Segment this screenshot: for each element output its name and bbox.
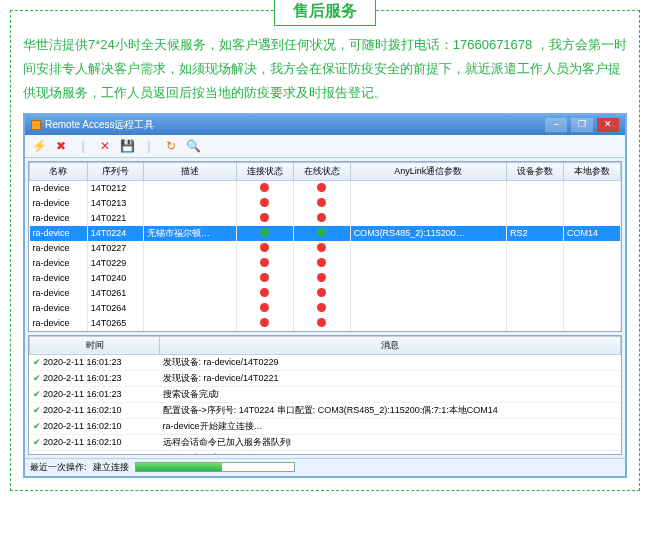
log-row[interactable]: ✔ 2020-2-11 16:01:23发现设备: ra-device/14T0… xyxy=(30,354,621,370)
table-row[interactable]: ra-device14T0264 xyxy=(30,301,621,316)
maximize-button[interactable]: ❐ xyxy=(571,118,593,132)
col-header[interactable]: 描述 xyxy=(143,163,236,181)
table-row[interactable]: ra-device14T0224无锡市福尔顿…COM3(RS485_2):115… xyxy=(30,226,621,241)
table-row[interactable]: ra-device14T0229 xyxy=(30,256,621,271)
log-row[interactable]: ✔ 2020-2-11 16:02:17转发创建会话控制命令。 xyxy=(30,450,621,455)
window-title: Remote Access远程工具 xyxy=(45,118,540,132)
table-row[interactable]: ra-device14T0240 xyxy=(30,271,621,286)
log-row[interactable]: ✔ 2020-2-11 16:01:23搜索设备完成! xyxy=(30,386,621,402)
log-row[interactable]: ✔ 2020-2-11 16:01:23发现设备: ra-device/14T0… xyxy=(30,370,621,386)
window-controls: – ❐ ✕ xyxy=(544,118,619,132)
col-header[interactable]: 连接状态 xyxy=(236,163,293,181)
save-icon[interactable]: 💾 xyxy=(119,138,135,154)
col-header[interactable]: 本地参数 xyxy=(563,163,620,181)
divider: | xyxy=(75,138,91,154)
section-title: 售后服务 xyxy=(274,0,376,26)
divider: | xyxy=(141,138,157,154)
col-header[interactable]: 在线状态 xyxy=(293,163,350,181)
window-titlebar[interactable]: Remote Access远程工具 – ❐ ✕ xyxy=(25,115,625,135)
col-header[interactable]: 时间 xyxy=(30,336,160,354)
col-header[interactable]: AnyLink通信参数 xyxy=(350,163,506,181)
connect-icon[interactable]: ⚡ xyxy=(31,138,47,154)
col-header[interactable]: 设备参数 xyxy=(507,163,564,181)
log-row[interactable]: ✔ 2020-2-11 16:02:10ra-device开始建立连接… xyxy=(30,418,621,434)
status-bar: 最近一次操作: 建立连接 xyxy=(25,458,625,476)
toolbar: ⚡ ✖ | ✕ 💾 | ↻ 🔍 xyxy=(25,135,625,158)
app-icon xyxy=(31,120,41,130)
table-row[interactable]: ra-device14T0212 xyxy=(30,181,621,196)
disconnect-icon[interactable]: ✖ xyxy=(53,138,69,154)
col-header[interactable]: 消息 xyxy=(160,336,621,354)
search-icon[interactable]: 🔍 xyxy=(185,138,201,154)
log-row[interactable]: ✔ 2020-2-11 16:02:10远程会话命令已加入服务器队列! xyxy=(30,434,621,450)
close-button[interactable]: ✕ xyxy=(597,118,619,132)
col-header[interactable]: 序列号 xyxy=(87,163,143,181)
status-text: 建立连接 xyxy=(93,461,129,474)
device-grid[interactable]: 名称序列号描述连接状态在线状态AnyLink通信参数设备参数本地参数 ra-de… xyxy=(28,161,622,332)
table-row[interactable]: ra-device14T0213 xyxy=(30,196,621,211)
intro-text: 华世洁提供7*24小时全天候服务，如客户遇到任何状况，可随时拨打电话：17660… xyxy=(23,33,627,105)
table-row[interactable]: ra-device14T0265 xyxy=(30,316,621,331)
refresh-icon[interactable]: ↻ xyxy=(163,138,179,154)
table-row[interactable]: ra-device14T0261 xyxy=(30,286,621,301)
delete-icon[interactable]: ✕ xyxy=(97,138,113,154)
log-grid[interactable]: 时间消息 ✔ 2020-2-11 16:01:23发现设备: ra-device… xyxy=(28,335,622,455)
minimize-button[interactable]: – xyxy=(545,118,567,132)
log-row[interactable]: ✔ 2020-2-11 16:02:10配置设备->序列号: 14T0224 串… xyxy=(30,402,621,418)
app-window: Remote Access远程工具 – ❐ ✕ ⚡ ✖ | ✕ 💾 | ↻ 🔍 … xyxy=(23,113,627,478)
table-row[interactable]: ra-device14T0221 xyxy=(30,211,621,226)
status-label: 最近一次操作: xyxy=(30,461,87,474)
table-row[interactable]: ra-device14T0227 xyxy=(30,241,621,256)
progress-bar xyxy=(135,462,295,472)
col-header[interactable]: 名称 xyxy=(30,163,88,181)
